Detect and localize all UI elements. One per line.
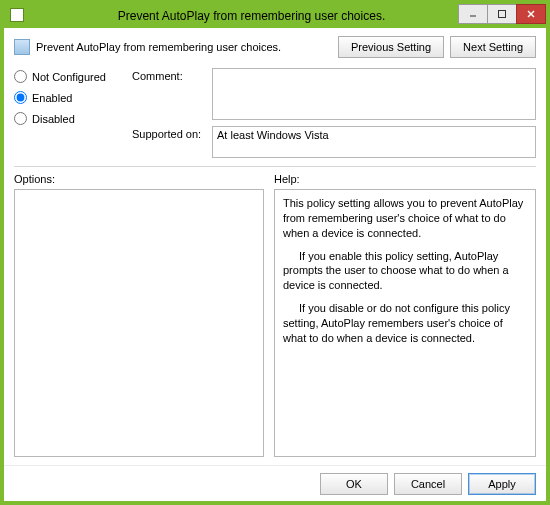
svg-rect-1 [499,11,506,18]
state-radio-group: Not Configured Enabled Disabled [14,68,124,158]
window-icon [10,8,24,22]
radio-enabled-input[interactable] [14,91,27,104]
help-paragraph-2: If you enable this policy setting, AutoP… [283,249,527,294]
help-paragraph-3: If you disable or do not configure this … [283,301,527,346]
apply-button[interactable]: Apply [468,473,536,495]
help-paragraph-1: This policy setting allows you to preven… [283,196,527,241]
options-panel [14,189,264,457]
next-setting-button[interactable]: Next Setting [450,36,536,58]
policy-name: Prevent AutoPlay from remembering user c… [36,41,312,53]
button-bar: OK Cancel Apply [4,465,546,501]
policy-header: Prevent AutoPlay from remembering user c… [14,36,536,58]
separator [14,166,536,167]
radio-disabled[interactable]: Disabled [14,112,124,125]
supported-on-text: At least Windows Vista [217,129,329,141]
policy-icon [14,39,30,55]
radio-not-configured[interactable]: Not Configured [14,70,124,83]
comment-input[interactable] [212,68,536,120]
supported-on-label: Supported on: [132,126,212,140]
window-title: Prevent AutoPlay from remembering user c… [4,9,459,23]
radio-disabled-label: Disabled [32,113,75,125]
content-area: Prevent AutoPlay from remembering user c… [4,28,546,465]
help-label: Help: [274,173,300,185]
supported-on-value: At least Windows Vista [212,126,536,158]
caption-buttons [459,4,546,24]
radio-not-configured-input[interactable] [14,70,27,83]
help-panel: This policy setting allows you to preven… [274,189,536,457]
radio-enabled[interactable]: Enabled [14,91,124,104]
cancel-button[interactable]: Cancel [394,473,462,495]
close-button[interactable] [516,4,546,24]
ok-button[interactable]: OK [320,473,388,495]
comment-label: Comment: [132,68,212,82]
maximize-button[interactable] [487,4,517,24]
radio-disabled-input[interactable] [14,112,27,125]
radio-not-configured-label: Not Configured [32,71,106,83]
gp-editor-window: Prevent AutoPlay from remembering user c… [0,0,550,505]
titlebar: Prevent AutoPlay from remembering user c… [4,4,546,28]
radio-enabled-label: Enabled [32,92,72,104]
previous-setting-button[interactable]: Previous Setting [338,36,444,58]
minimize-button[interactable] [458,4,488,24]
options-label: Options: [14,173,264,185]
